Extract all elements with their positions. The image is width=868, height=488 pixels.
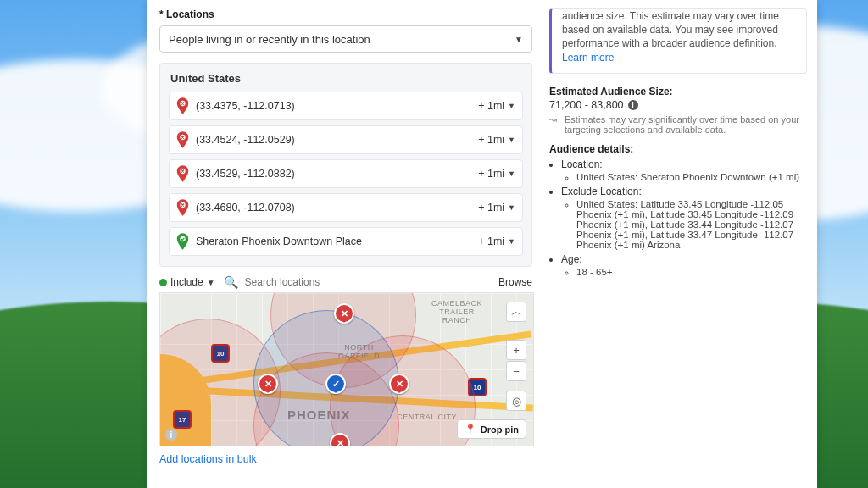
pin-icon: 📍	[465, 424, 476, 435]
browse-link[interactable]: Browse	[498, 276, 532, 288]
map-neighborhood-label: CAMELBACK TRAILER RANCH	[431, 300, 482, 325]
chevron-down-icon: ▼	[515, 35, 523, 44]
location-label: (33.4375, -112.0713)	[196, 100, 295, 112]
location-group: United States (33.4375, -112.0713) + 1mi…	[159, 63, 532, 267]
add-locations-in-bulk-link[interactable]: Add locations in bulk	[159, 453, 532, 465]
location-row[interactable]: (33.4375, -112.0713) + 1mi▼	[169, 92, 523, 120]
ads-manager-panel: * Locations People living in or recently…	[147, 0, 817, 488]
country-header: United States	[170, 72, 523, 85]
learn-more-link[interactable]: Learn more	[562, 52, 614, 64]
estimate-note: Estimates may vary significantly over ti…	[565, 114, 807, 135]
radius-dropdown[interactable]: + 1mi▼	[478, 134, 515, 146]
chevron-down-icon: ▼	[508, 203, 515, 212]
radius-dropdown[interactable]: + 1mi▼	[478, 168, 515, 180]
location-row[interactable]: (33.4524, -112.0529) + 1mi▼	[169, 125, 523, 154]
map-zoom-in-button[interactable]: +	[506, 340, 526, 360]
include-dot-icon	[159, 279, 167, 286]
audience-location-type-dropdown[interactable]: People living in or recently in this loc…	[159, 25, 532, 53]
search-input[interactable]	[243, 275, 490, 289]
chevron-down-icon: ▼	[508, 102, 515, 110]
estimated-audience-value: 71,200 - 83,800 i	[549, 99, 807, 111]
location-row[interactable]: (33.4680, -112.0708) + 1mi▼	[169, 193, 523, 222]
location-search-row: Include ▼ 🔍 Browse	[159, 275, 532, 289]
detail-location: Location: United States: Sheraton Phoeni…	[561, 158, 807, 182]
location-label: Sheraton Phoenix Downtown Place	[196, 236, 362, 247]
audience-summary-column: audience size. This estimate may vary ov…	[549, 8, 807, 483]
exclude-pin-icon	[176, 97, 189, 114]
audience-details-label: Audience details:	[549, 143, 807, 155]
tip-body: audience size. This estimate may vary ov…	[562, 9, 796, 51]
map-exclude-pin-icon[interactable]: ✕	[389, 374, 409, 394]
info-icon[interactable]: i	[628, 100, 638, 110]
exclude-pin-icon	[176, 131, 189, 148]
location-row[interactable]: (33.4529, -112.0882) + 1mi▼	[169, 159, 523, 188]
locations-section-label: * Locations	[159, 8, 532, 20]
location-label: (33.4529, -112.0882)	[196, 168, 295, 180]
location-label: (33.4524, -112.0529)	[196, 134, 295, 146]
radius-dropdown[interactable]: + 1mi▼	[478, 100, 515, 112]
location-map[interactable]: 10 10 17 PHOENIX CENTRAL CITY NORTH GARF…	[159, 292, 534, 446]
detail-exclude-location: Exclude Location: United States: Latitud…	[561, 186, 807, 250]
chevron-down-icon: ▼	[508, 169, 515, 178]
include-mode-dropdown[interactable]: Include ▼	[159, 276, 215, 288]
location-row[interactable]: Sheraton Phoenix Downtown Place + 1mi▼	[169, 227, 523, 256]
chevron-down-icon: ▼	[207, 278, 215, 287]
exclude-pin-icon	[176, 165, 189, 182]
map-include-pin-icon[interactable]: ✓	[326, 374, 346, 394]
location-label: (33.4680, -112.0708)	[196, 202, 295, 214]
radius-dropdown[interactable]: + 1mi▼	[478, 202, 515, 214]
map-collapse-button[interactable]: ︿	[506, 302, 526, 322]
search-icon: 🔍	[224, 275, 238, 289]
drop-pin-button[interactable]: 📍 Drop pin	[457, 419, 526, 439]
audience-details-list: Location: United States: Sheraton Phoeni…	[561, 158, 807, 277]
map-info-icon[interactable]: i	[165, 429, 177, 441]
chevron-down-icon: ▼	[508, 136, 515, 144]
include-pin-icon	[176, 233, 189, 250]
location-search[interactable]: 🔍	[224, 275, 490, 289]
location-targeting-column: * Locations People living in or recently…	[159, 8, 532, 483]
estimated-audience-label: Estimated Audience Size:	[549, 86, 807, 97]
detail-age: Age: 18 - 65+	[561, 253, 807, 277]
audience-tip-box: audience size. This estimate may vary ov…	[549, 8, 807, 74]
map-exclude-pin-icon[interactable]: ✕	[258, 374, 278, 394]
exclude-pin-icon	[176, 199, 189, 216]
dropdown-value: People living in or recently in this loc…	[169, 33, 370, 46]
chevron-down-icon: ▼	[508, 237, 515, 246]
map-locate-button[interactable]: ◎	[506, 391, 526, 411]
map-exclude-pin-icon[interactable]: ✕	[334, 303, 354, 324]
map-zoom-out-button[interactable]: −	[506, 361, 526, 381]
radius-dropdown[interactable]: + 1mi▼	[478, 236, 515, 247]
